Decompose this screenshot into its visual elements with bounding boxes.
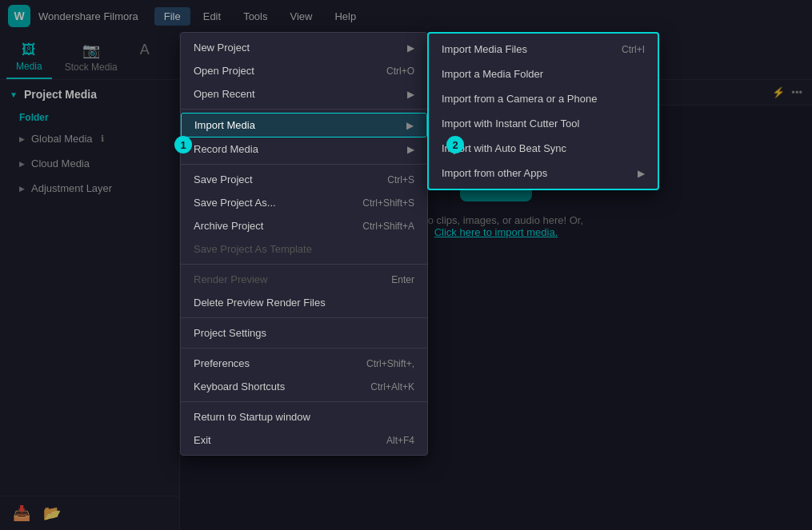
dd-exit[interactable]: Exit Alt+F4	[181, 428, 427, 452]
dd-save-project-shortcut: Ctrl+S	[387, 174, 414, 185]
sm-import-media-folder[interactable]: Import a Media Folder	[429, 62, 658, 86]
dd-exit-label: Exit	[194, 434, 211, 446]
dd-exit-shortcut: Alt+F4	[386, 435, 414, 446]
dd-render-preview-shortcut: Enter	[391, 274, 414, 285]
dd-import-media[interactable]: Import Media ▶	[181, 113, 427, 137]
dd-record-media-arrow: ▶	[407, 144, 414, 155]
dd-open-project-label: Open Project	[194, 65, 254, 77]
dd-sep-2	[181, 164, 427, 165]
dd-record-media[interactable]: Record Media ▶	[181, 137, 427, 161]
dd-open-recent[interactable]: Open Recent ▶	[181, 82, 427, 106]
dd-render-preview: Render Preview Enter	[181, 268, 427, 291]
dd-archive-project-shortcut: Ctrl+Shift+A	[362, 221, 414, 232]
sm-import-media-files-label: Import Media Files	[442, 43, 527, 55]
dd-delete-preview[interactable]: Delete Preview Render Files	[181, 291, 427, 314]
dd-open-recent-arrow: ▶	[407, 89, 414, 100]
dd-return-startup[interactable]: Return to Startup window	[181, 405, 427, 428]
dd-delete-preview-label: Delete Preview Render Files	[194, 297, 326, 309]
dd-save-as-template: Save Project As Template	[181, 237, 427, 261]
step-badge-1: 1	[174, 136, 192, 153]
dd-archive-project[interactable]: Archive Project Ctrl+Shift+A	[181, 214, 427, 237]
dd-sep-5	[181, 348, 427, 349]
sm-import-media-files-shortcut: Ctrl+I	[622, 44, 645, 55]
dd-import-media-arrow: ▶	[406, 120, 414, 131]
sm-import-media-folder-label: Import a Media Folder	[442, 68, 543, 80]
dd-save-project[interactable]: Save Project Ctrl+S	[181, 168, 427, 191]
dd-save-project-as[interactable]: Save Project As... Ctrl+Shift+S	[181, 191, 427, 214]
dd-save-project-as-label: Save Project As...	[194, 197, 276, 209]
dd-sep-1	[181, 109, 427, 110]
dd-preferences-label: Preferences	[194, 357, 250, 369]
dd-return-startup-label: Return to Startup window	[194, 411, 310, 423]
dd-keyboard-shortcuts[interactable]: Keyboard Shortcuts Ctrl+Alt+K	[181, 375, 427, 398]
dd-record-media-label: Record Media	[194, 143, 258, 155]
dd-new-project-label: New Project	[194, 42, 250, 54]
file-dropdown: New Project ▶ Open Project Ctrl+O Open R…	[180, 32, 428, 456]
dd-project-settings-label: Project Settings	[194, 327, 266, 339]
sm-import-instant-cutter[interactable]: Import with Instant Cutter Tool	[429, 111, 658, 136]
sm-import-media-files[interactable]: Import Media Files Ctrl+I	[429, 37, 658, 62]
dd-save-project-as-shortcut: Ctrl+Shift+S	[362, 197, 414, 209]
dd-archive-project-label: Archive Project	[194, 220, 263, 232]
dd-project-settings[interactable]: Project Settings	[181, 321, 427, 345]
dd-import-media-label: Import Media	[194, 119, 255, 131]
dd-preferences-shortcut: Ctrl+Shift+,	[366, 358, 414, 369]
dd-open-project[interactable]: Open Project Ctrl+O	[181, 59, 427, 82]
dd-sep-3	[181, 264, 427, 265]
import-submenu: Import Media Files Ctrl+I Import a Media…	[427, 32, 659, 190]
dd-open-project-shortcut: Ctrl+O	[386, 66, 414, 77]
dd-save-as-template-label: Save Project As Template	[194, 243, 312, 255]
step-badge-2: 2	[446, 136, 464, 153]
dd-open-recent-label: Open Recent	[194, 88, 255, 100]
sm-import-camera-phone[interactable]: Import from a Camera or a Phone	[429, 86, 658, 111]
dd-render-preview-label: Render Preview	[194, 273, 268, 285]
dd-sep-6	[181, 401, 427, 402]
dd-save-project-label: Save Project	[194, 173, 253, 185]
dd-new-project[interactable]: New Project ▶	[181, 36, 427, 59]
sm-import-camera-phone-label: Import from a Camera or a Phone	[442, 93, 597, 105]
dd-preferences[interactable]: Preferences Ctrl+Shift+,	[181, 352, 427, 375]
dd-keyboard-shortcuts-label: Keyboard Shortcuts	[194, 381, 285, 393]
sm-import-other-apps-label: Import from other Apps	[442, 167, 547, 179]
sm-import-other-apps-arrow: ▶	[638, 168, 645, 179]
dd-sep-4	[181, 317, 427, 318]
sm-import-other-apps[interactable]: Import from other Apps ▶	[429, 161, 658, 185]
dd-keyboard-shortcuts-shortcut: Ctrl+Alt+K	[370, 381, 414, 393]
dd-new-project-arrow: ▶	[407, 42, 414, 54]
sm-import-instant-cutter-label: Import with Instant Cutter Tool	[442, 118, 579, 130]
